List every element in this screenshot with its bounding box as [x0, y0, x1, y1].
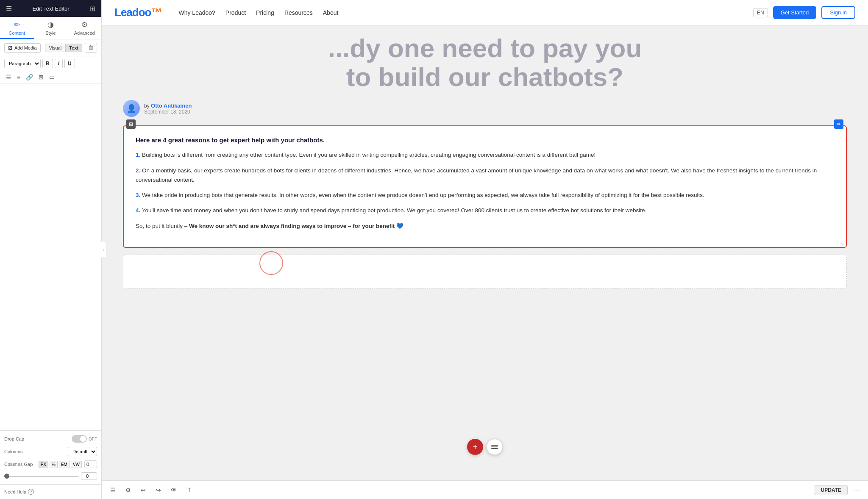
sidebar-controls: Drop Cap OFF Columns Default Columns Gap…	[0, 430, 101, 484]
columns-gap-controls: PX % EM VW	[39, 460, 97, 468]
help-icon: ?	[28, 489, 34, 495]
drop-cap-toggle[interactable]: OFF	[72, 435, 97, 443]
bottom-bar: ☰ ⚙ ↩ ↪ 👁 ⤴ UPDATE ⋯	[102, 480, 868, 499]
bottom-share-icon[interactable]: ⤴	[183, 484, 195, 496]
lang-selector[interactable]: EN	[753, 8, 768, 17]
nav-about[interactable]: About	[323, 9, 339, 16]
author-row: 👤 by Otto Antikainen September 18, 2020	[119, 100, 851, 117]
style-icon: ◑	[47, 20, 54, 29]
columns-gap-slider[interactable]	[4, 476, 78, 477]
point-1: 1. Building bots is different from creat…	[136, 150, 834, 160]
selected-text-block[interactable]: ⊞ ✏ Here are 4 great reasons to get expe…	[123, 125, 847, 248]
block-handle-button[interactable]: ⊞	[126, 119, 136, 129]
update-button[interactable]: UPDATE	[815, 485, 848, 495]
main-content: Leadoo™ Why Leadoo? Product Pricing Reso…	[102, 0, 868, 499]
bottom-menu-icon[interactable]: ☰	[107, 484, 119, 496]
bold-button[interactable]: B	[42, 59, 53, 68]
format-row: Paragraph B I U	[0, 56, 101, 71]
columns-gap-input[interactable]	[84, 460, 97, 468]
tab-style[interactable]: ◑ Style	[34, 17, 68, 39]
hamburger-icon[interactable]: ☰	[6, 5, 12, 13]
help-footer[interactable]: Need Help ?	[0, 484, 101, 499]
move-icon	[491, 443, 498, 451]
fab-row: +	[467, 439, 503, 455]
unit-px-button[interactable]: PX	[39, 461, 48, 468]
nav-links: Why Leadoo? Product Pricing Resources Ab…	[178, 9, 745, 16]
columns-label: Columns	[4, 449, 22, 454]
bottom-more-icon[interactable]: ⋯	[851, 484, 863, 496]
svg-rect-0	[491, 445, 498, 446]
logo: Leadoo™	[114, 6, 161, 19]
nav-why-leadoo[interactable]: Why Leadoo?	[178, 9, 215, 16]
image-button[interactable]: ▭	[47, 73, 56, 81]
sidebar-header: ☰ Edit Text Editor ⊞	[0, 0, 101, 17]
point-2: 2. On a monthly basis, our experts creat…	[136, 166, 834, 185]
top-nav: Leadoo™ Why Leadoo? Product Pricing Reso…	[102, 0, 868, 25]
unit-vw-button[interactable]: VW	[71, 461, 82, 468]
point-3: 3. We take pride in producing bots that …	[136, 191, 834, 200]
drop-cap-row: Drop Cap OFF	[4, 435, 97, 443]
avatar: 👤	[123, 100, 140, 117]
nav-right: EN Get Started Sign in	[753, 6, 855, 19]
unit-select: PX % EM VW	[39, 461, 82, 468]
fab-move-button[interactable]	[487, 439, 503, 455]
text-view-button[interactable]: Text	[65, 44, 82, 52]
block-heading: Here are 4 great reasons to get expert h…	[136, 136, 834, 144]
block-edit-button[interactable]: ✏	[834, 119, 843, 129]
author-name[interactable]: Otto Antikainen	[151, 103, 192, 109]
toggle-track[interactable]	[72, 435, 87, 443]
list-ol-button[interactable]: ≡	[15, 73, 22, 81]
sidebar-title: Edit Text Editor	[32, 6, 69, 12]
columns-select[interactable]: Default	[68, 447, 97, 456]
author-meta: by Otto Antikainen September 18, 2020	[144, 103, 192, 115]
unit-em-button[interactable]: EM	[59, 461, 70, 468]
format-icons-row: ☰ ≡ 🔗 ⊠ ▭	[0, 71, 101, 83]
fab-add-button[interactable]: +	[467, 439, 483, 455]
view-toggle: Visual Text	[45, 44, 82, 52]
unit-percent-button[interactable]: %	[50, 461, 58, 468]
sign-in-button[interactable]: Sign in	[821, 6, 855, 19]
page-title: ...dy one need to pay you to build our c…	[119, 34, 851, 91]
bottom-settings-icon[interactable]: ⚙	[122, 484, 134, 496]
drop-cap-label: Drop Cap	[4, 436, 24, 441]
svg-rect-1	[491, 446, 498, 447]
delete-button[interactable]: 🗑	[85, 43, 97, 53]
bottom-preview-icon[interactable]: 👁	[168, 484, 180, 496]
resize-handle[interactable]: ⤡	[840, 241, 844, 245]
get-started-button[interactable]: Get Started	[773, 6, 816, 19]
text-editor-area[interactable]	[0, 83, 101, 430]
tabs-row: ✏ Content ◑ Style ⚙ Advanced	[0, 17, 101, 39]
add-media-button[interactable]: 🖼 Add Media	[4, 43, 41, 53]
nav-product[interactable]: Product	[225, 9, 246, 16]
unlink-button[interactable]: ⊠	[37, 73, 45, 81]
slider-number-input[interactable]	[81, 472, 97, 480]
media-icon: 🖼	[8, 45, 13, 50]
grid-icon[interactable]: ⊞	[90, 5, 95, 13]
bottom-undo-icon[interactable]: ↩	[137, 484, 149, 496]
conclusion: So, to put it bluntly – We know our sh*t…	[136, 222, 834, 231]
nav-resources[interactable]: Resources	[284, 9, 313, 16]
toggle-thumb	[80, 436, 86, 442]
link-button[interactable]: 🔗	[24, 73, 35, 81]
toggle-label: OFF	[89, 437, 97, 441]
tab-content[interactable]: ✏ Content	[0, 17, 34, 39]
collapse-handle[interactable]: ‹	[100, 241, 106, 258]
slider-row	[4, 472, 97, 480]
columns-gap-row: Columns Gap PX % EM VW	[4, 460, 97, 468]
svg-rect-2	[491, 448, 498, 449]
bottom-redo-icon[interactable]: ↪	[153, 484, 164, 496]
visual-view-button[interactable]: Visual	[45, 44, 65, 52]
columns-row: Columns Default	[4, 447, 97, 456]
nav-pricing[interactable]: Pricing	[256, 9, 274, 16]
italic-button[interactable]: I	[55, 59, 63, 68]
paragraph-select[interactable]: Paragraph	[4, 59, 41, 68]
canvas: ...dy one need to pay you to build our c…	[102, 25, 868, 480]
bottom-placeholder-block	[123, 255, 847, 288]
point-4: 4. You'll save time and money and when y…	[136, 206, 834, 215]
media-toolbar: 🖼 Add Media Visual Text 🗑	[0, 39, 101, 56]
author-by: by Otto Antikainen	[144, 103, 192, 109]
tab-advanced[interactable]: ⚙ Advanced	[67, 17, 101, 39]
columns-gap-label: Columns Gap	[4, 462, 33, 467]
underline-button[interactable]: U	[64, 59, 75, 68]
list-ul-button[interactable]: ☰	[4, 73, 13, 81]
